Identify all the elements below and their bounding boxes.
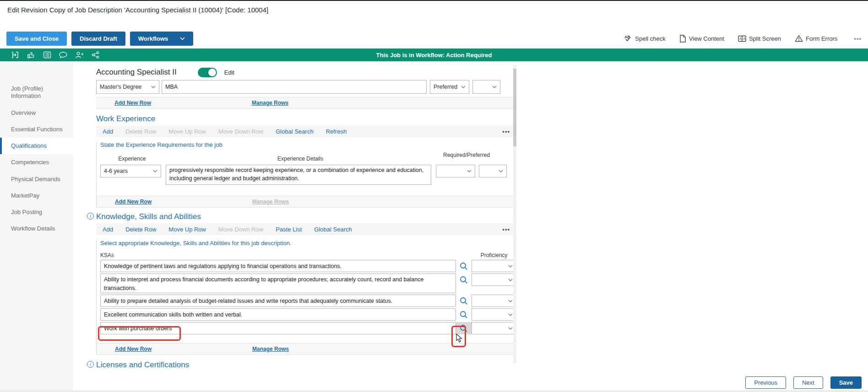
content-scrollbar: [513, 65, 516, 363]
experience-required-preferred-select[interactable]: [436, 165, 475, 177]
proficiency-select[interactable]: [472, 322, 516, 334]
svg-text:A: A: [743, 37, 745, 40]
spell-check-button[interactable]: AB Spell check: [624, 35, 665, 42]
workflow-banner-text: This Job is in Workflow: Action Required: [0, 52, 868, 59]
sidebar-item-competencies[interactable]: Competencies: [0, 154, 73, 171]
form-list-icon[interactable]: [42, 51, 52, 59]
previous-button[interactable]: Previous: [745, 376, 786, 389]
ksa-text-input[interactable]: Excellent communication skills both writ…: [100, 308, 456, 321]
chevron-down-icon: [153, 170, 157, 172]
ksa-text-input[interactable]: Knowledge of pertinent laws and regulati…: [100, 260, 456, 272]
work-experience-toolbar: Add Delete Row Move Up Row Move Down Row…: [96, 125, 516, 137]
ksa-row: Ability to interpret and process financi…: [97, 274, 516, 293]
sidebar-item-workflow-details[interactable]: Workflow Details: [0, 220, 73, 237]
education-manage-rows-link[interactable]: Manage Rows: [252, 100, 288, 106]
ksa-text-input[interactable]: Ability to prepare detailed analysis of …: [100, 295, 456, 307]
chevron-down-icon: [508, 300, 513, 302]
education-add-new-row-link[interactable]: Add New Row: [114, 100, 151, 106]
ksa-global-search-button[interactable]: Global Search: [314, 226, 352, 233]
chevron-down-icon: [499, 170, 503, 172]
col-header-ksas: KSAs: [100, 252, 114, 258]
spellcheck-icon: AB: [624, 35, 632, 42]
ksa-add-button[interactable]: Add: [103, 226, 113, 233]
sidebar-item-physical-demands[interactable]: Physical Demands: [0, 171, 73, 188]
workflow-routing-icon[interactable]: [10, 51, 20, 59]
more-actions-button[interactable]: •••: [854, 35, 862, 42]
sidebar-item-essential-functions[interactable]: Essential Functions: [0, 121, 73, 138]
experience-details-textarea[interactable]: progressively responsible record keeping…: [166, 165, 431, 185]
we-global-search-button[interactable]: Global Search: [276, 128, 313, 135]
education-footer-strip: Add New Row Manage Rows: [96, 97, 516, 109]
chevron-down-icon: [151, 86, 156, 88]
sidebar-item-qualifications[interactable]: Qualifications: [0, 138, 73, 154]
chevron-down-icon: [461, 86, 466, 88]
next-button[interactable]: Next: [793, 376, 823, 389]
ksa-more-button[interactable]: •••: [502, 226, 510, 233]
edit-toggle[interactable]: [198, 68, 217, 77]
proficiency-select[interactable]: [472, 295, 516, 307]
ksa-search-icon[interactable]: [456, 322, 472, 334]
ksa-table: Select appropriate Knowledge, Skills and…: [96, 240, 516, 355]
view-content-button[interactable]: View Content: [679, 35, 724, 43]
we-more-button[interactable]: •••: [502, 128, 510, 135]
proficiency-select[interactable]: [472, 308, 516, 321]
page-title: Edit Revision Copy of Job Description 'A…: [7, 6, 268, 14]
ksa-text-input[interactable]: Work with purchase orders: [100, 322, 456, 334]
we-add-button[interactable]: Add: [103, 128, 113, 135]
ksa-instruction: Select appropriate Knowledge, Skills and…: [97, 240, 516, 247]
ksa-search-icon[interactable]: [456, 274, 472, 286]
degree-extra-select[interactable]: [472, 80, 500, 94]
wizard-footer: Previous Next Save: [745, 376, 862, 389]
ksa-manage-rows-link[interactable]: Manage Rows: [252, 346, 289, 352]
we-manage-rows-link: Manage Rows: [252, 199, 289, 205]
split-screen-button[interactable]: AA Split Screen: [738, 35, 781, 42]
degree-select[interactable]: Master's Degree: [96, 80, 159, 94]
ksa-header: i Knowledge, Skills and Abilities: [96, 211, 516, 222]
add-person-icon[interactable]: [74, 51, 84, 59]
ksa-add-new-row-link[interactable]: Add New Row: [115, 346, 152, 352]
ksa-text-input[interactable]: Ability to interpret and process financi…: [100, 274, 456, 293]
degree-details-input[interactable]: MBA: [162, 80, 427, 94]
col-header-experience-details: Experience Details: [168, 152, 433, 162]
sidebar-item-job-profile-information[interactable]: Job (Profile) Information: [0, 81, 73, 105]
form-errors-button[interactable]: Form Errors: [795, 35, 837, 42]
ksa-row: Ability to prepare detailed analysis of …: [97, 295, 516, 307]
chevron-down-icon: [508, 265, 513, 268]
discard-draft-button[interactable]: Discard Draft: [71, 32, 125, 46]
experience-years-select[interactable]: 4-6 years: [100, 165, 161, 177]
warning-triangle-icon: [795, 35, 803, 42]
sidebar-item-job-posting[interactable]: Job Posting: [0, 204, 73, 220]
workflows-dropdown-button[interactable]: Workflows: [130, 32, 194, 46]
col-header-experience: Experience: [97, 152, 168, 162]
degree-required-preferred-select[interactable]: Preferred: [430, 80, 469, 94]
licenses-header: i Licenses and Certifications: [96, 360, 516, 371]
comment-icon[interactable]: [58, 51, 68, 59]
we-delete-row-button: Delete Row: [125, 128, 156, 135]
share-icon[interactable]: [90, 51, 100, 59]
proficiency-select[interactable]: [472, 274, 516, 286]
info-icon[interactable]: i: [87, 361, 94, 368]
ksa-delete-row-button[interactable]: Delete Row: [125, 226, 156, 233]
workflow-banner: This Job is in Workflow: Action Required: [0, 48, 868, 61]
save-button[interactable]: Save: [830, 376, 862, 389]
ksa-search-icon[interactable]: [456, 260, 472, 272]
ksa-search-icon[interactable]: [456, 295, 472, 307]
scrollbar-thumb[interactable]: [513, 69, 516, 146]
ksa-toolbar: Add Delete Row Move Up Row Move Down Row…: [96, 223, 516, 235]
ksa-search-icon[interactable]: [456, 308, 472, 321]
ksa-row-highlighted: Work with purchase orders: [97, 322, 516, 334]
we-refresh-button[interactable]: Refresh: [326, 128, 347, 135]
we-instruction: State the Experience Requirements for th…: [97, 141, 516, 148]
sidebar-item-overview[interactable]: Overview: [0, 105, 73, 121]
we-add-new-row-link[interactable]: Add New Row: [115, 199, 152, 205]
experience-row: 4-6 years progressively responsible reco…: [97, 165, 516, 185]
info-icon[interactable]: i: [87, 213, 94, 220]
proficiency-select[interactable]: [472, 260, 516, 272]
save-and-close-button[interactable]: Save and Close: [6, 32, 67, 46]
sidebar-item-marketpay[interactable]: MarketPay: [0, 188, 73, 204]
we-move-down-row-button: Move Down Row: [218, 128, 263, 135]
ksa-move-up-row-button[interactable]: Move Up Row: [168, 226, 206, 233]
thumbs-up-icon[interactable]: [26, 51, 36, 59]
ksa-paste-list-button[interactable]: Paste List: [276, 226, 302, 233]
experience-extra-select[interactable]: [479, 165, 507, 177]
